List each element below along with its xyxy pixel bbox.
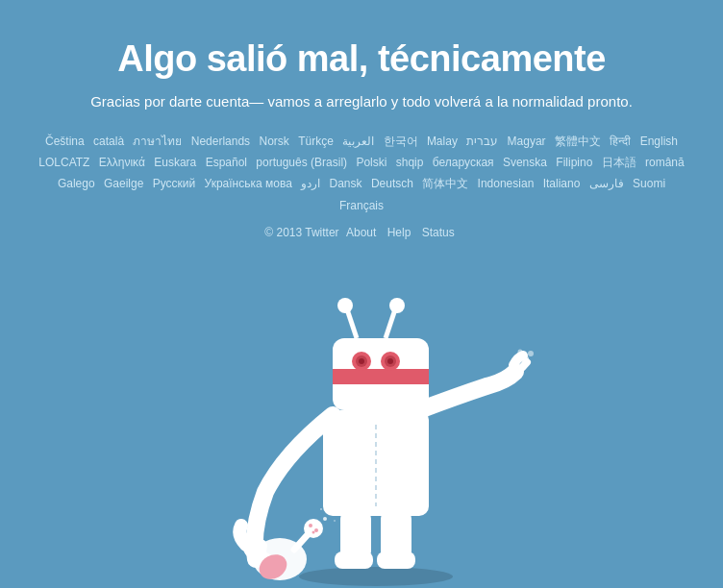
lang-swedish[interactable]: Svenska (503, 156, 547, 169)
svg-rect-23 (377, 551, 415, 569)
lang-korean[interactable]: 한국어 (384, 135, 418, 148)
svg-point-29 (314, 528, 318, 532)
lang-romanian[interactable]: română (645, 156, 685, 169)
svg-point-30 (312, 531, 315, 534)
lang-italian[interactable]: Italiano (543, 177, 581, 190)
svg-point-8 (337, 298, 353, 313)
lang-urdu[interactable]: اردو (301, 177, 320, 190)
lang-albanian[interactable]: shqip (396, 156, 424, 169)
svg-line-7 (347, 309, 357, 338)
svg-point-34 (334, 520, 336, 522)
status-link[interactable]: Status (422, 226, 455, 239)
lang-cestina[interactable]: Čeština (45, 135, 85, 148)
svg-point-27 (304, 519, 323, 538)
lang-thai[interactable]: ภาษาไทย (133, 135, 182, 148)
lang-simp-chinese[interactable]: 简体中文 (422, 177, 468, 190)
lang-euskara[interactable]: Euskara (154, 156, 196, 169)
lang-french[interactable]: Français (339, 199, 384, 212)
lang-indonesian[interactable]: Indonesian (478, 177, 535, 190)
lang-dutch[interactable]: Nederlands (191, 135, 250, 148)
lang-filipino[interactable]: Filipino (556, 156, 592, 169)
lang-japanese[interactable]: 日本語 (602, 156, 636, 169)
svg-point-3 (518, 350, 523, 355)
lang-portuguese[interactable]: português (Brasil) (256, 156, 347, 169)
lang-russian[interactable]: Русский (153, 177, 196, 190)
lang-polish[interactable]: Polski (356, 156, 386, 169)
lang-lolcatz[interactable]: LOLCATZ (38, 156, 89, 169)
svg-point-31 (323, 517, 327, 521)
lang-magyar[interactable]: Magyar (508, 135, 546, 148)
lang-belarusian[interactable]: беларуская (433, 156, 494, 169)
lang-gaeilge[interactable]: Gaeilge (104, 177, 143, 190)
svg-point-18 (387, 358, 393, 364)
lang-hindi[interactable]: हिन्दी (610, 135, 631, 148)
svg-point-32 (330, 512, 333, 515)
lang-spanish[interactable]: Español (206, 156, 247, 169)
lang-greek[interactable]: Ελληνικά (99, 156, 145, 169)
lang-hebrew[interactable]: עברית (466, 135, 498, 148)
svg-rect-12 (333, 369, 429, 377)
svg-line-9 (386, 309, 395, 338)
lang-malay[interactable]: Malay (427, 135, 458, 148)
lang-galego[interactable]: Galego (58, 177, 95, 190)
lang-ukrainian[interactable]: Українська мова (205, 177, 292, 190)
footer-links: © 2013 Twitter About Help Status (0, 226, 723, 239)
svg-point-2 (528, 351, 534, 356)
svg-point-10 (389, 298, 405, 313)
svg-point-28 (309, 524, 312, 527)
robot-svg (169, 223, 554, 588)
lang-norsk[interactable]: Norsk (259, 135, 288, 148)
svg-point-15 (359, 358, 364, 364)
lang-arabic[interactable]: العربية (342, 135, 374, 148)
svg-point-33 (320, 508, 322, 510)
robot-illustration (169, 223, 554, 588)
lang-finnish[interactable]: Suomi (633, 177, 665, 190)
language-list: Čeština català ภาษาไทย Nederlands Norsk … (35, 131, 688, 216)
lang-german[interactable]: Deutsch (371, 177, 413, 190)
about-link[interactable]: About (346, 226, 376, 239)
lang-english[interactable]: English (640, 135, 678, 148)
top-section: Algo salió mal, técnicamente Gracias por… (0, 0, 723, 239)
lang-catala[interactable]: català (93, 135, 124, 148)
copyright: © 2013 Twitter (264, 226, 338, 239)
lang-turkish[interactable]: Türkçe (298, 135, 334, 148)
page-subtitle: Gracias por darte cuenta— vamos a arregl… (0, 93, 723, 110)
page-title: Algo salió mal, técnicamente (0, 38, 723, 80)
svg-rect-22 (335, 551, 373, 569)
svg-point-0 (299, 567, 453, 586)
lang-farsi[interactable]: فارسی (589, 177, 624, 190)
lang-danish[interactable]: Dansk (330, 177, 362, 190)
svg-point-1 (521, 355, 529, 363)
lang-trad-chinese[interactable]: 繁體中文 (555, 135, 601, 148)
help-link[interactable]: Help (387, 226, 411, 239)
